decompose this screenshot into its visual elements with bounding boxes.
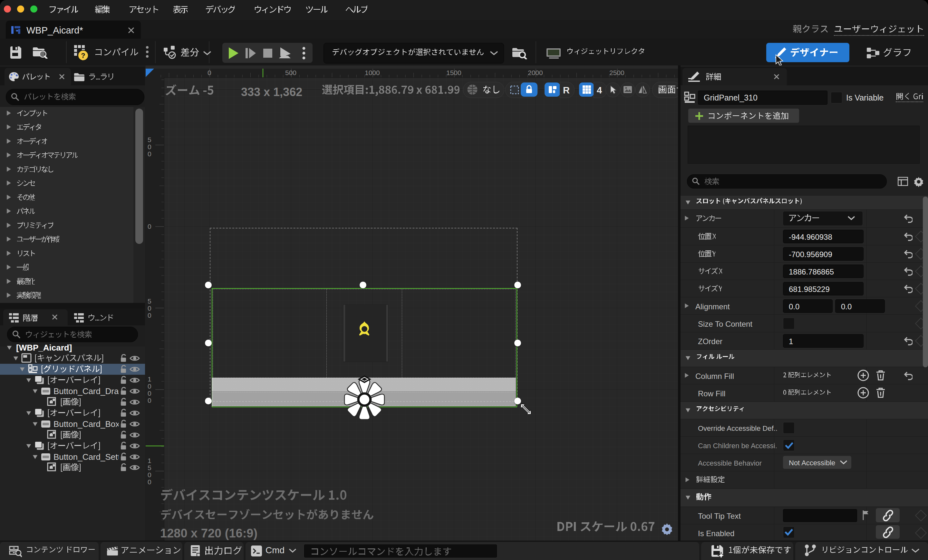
svg-text:?: ?: [81, 52, 85, 60]
